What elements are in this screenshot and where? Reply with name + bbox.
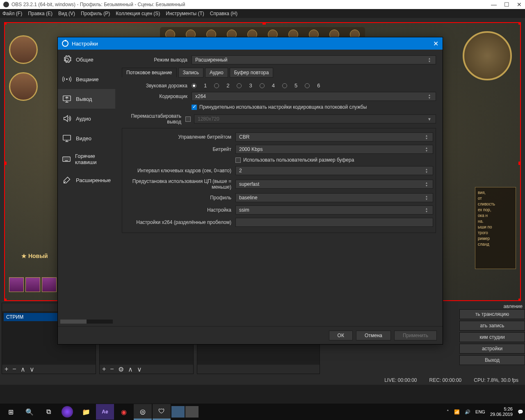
sidebar-item-stream[interactable]: Вещание — [58, 69, 115, 89]
enforce-checkbox[interactable] — [192, 105, 197, 110]
taskbar-obs[interactable]: ◎ — [134, 404, 152, 420]
game-textbox: вия, от сливость ех пор, ока н на. ыши п… — [475, 187, 516, 269]
taskbar-browser[interactable]: ◉ — [115, 404, 133, 420]
encoder-label: Кодировщик — [122, 94, 192, 99]
start-button[interactable]: ⊞ — [2, 404, 20, 420]
minimize-button[interactable]: — — [491, 1, 497, 8]
sidebar-item-advanced[interactable]: Расширенные — [58, 170, 115, 190]
settings-button[interactable]: астройки — [459, 344, 525, 354]
output-mode-dropdown[interactable]: Расширенный ▲▼ — [192, 55, 436, 64]
apply-button[interactable]: Применить — [394, 331, 437, 340]
tune-label: Настройка — [125, 207, 235, 213]
tab-streaming[interactable]: Потоковое вещание — [122, 68, 177, 78]
menu-profile[interactable]: Профиль (P) — [81, 11, 110, 16]
remove-source-button[interactable]: − — [110, 365, 114, 373]
tune-dropdown[interactable]: ssim▲▼ — [235, 205, 433, 215]
rescale-dropdown: 1280x720▼ — [194, 114, 436, 123]
settings-dialog: Настройки ✕ Общие Вещание Вывод Аудио — [57, 37, 443, 345]
taskbar-app-6[interactable] — [171, 406, 185, 418]
bitrate-input[interactable]: 2000 Kbps▲▼ — [235, 145, 433, 154]
start-stream-button[interactable]: ть трансляцию — [459, 309, 525, 319]
source-down-button[interactable]: ∨ — [137, 365, 142, 373]
menu-view[interactable]: Вид (V) — [58, 11, 75, 16]
bitrate-label: Битрейт — [125, 146, 235, 152]
add-source-button[interactable]: + — [102, 365, 106, 373]
search-icon[interactable]: 🔍 — [21, 404, 39, 420]
exit-button[interactable]: Выход — [459, 355, 525, 365]
volume-icon[interactable]: 🔊 — [465, 409, 470, 415]
close-button[interactable]: ✕ — [517, 1, 522, 8]
x264opts-input[interactable] — [235, 218, 433, 227]
maximize-button[interactable]: ☐ — [504, 1, 509, 8]
tray-up-icon[interactable]: ˄ — [447, 409, 449, 415]
add-scene-button[interactable]: + — [5, 365, 8, 373]
taskbar-app-7[interactable] — [185, 406, 199, 418]
menu-edit[interactable]: Правка (E) — [28, 11, 52, 16]
dialog-titlebar[interactable]: Настройки ✕ — [58, 37, 443, 50]
menu-file[interactable]: Файл (F) — [2, 11, 22, 16]
windows-taskbar: ⊞ 🔍 ⧉ 📁 Ae ◉ ◎ 🛡 ˄ 📶 🔊 ENG 5:26 29.06.20… — [0, 404, 525, 420]
enforce-label: Принудительно использовать настройки код… — [199, 104, 367, 110]
keyframe-input[interactable]: 2▲▼ — [235, 166, 433, 175]
sidebar-item-audio[interactable]: Аудио — [58, 109, 115, 128]
rate-control-dropdown[interactable]: CBR▲▼ — [235, 132, 433, 142]
wifi-icon[interactable]: 📶 — [454, 409, 460, 415]
source-up-button[interactable]: ∧ — [128, 365, 133, 373]
sidebar-item-general[interactable]: Общие — [58, 50, 115, 69]
ok-button[interactable]: ОК — [329, 331, 353, 340]
taskbar-game[interactable]: 🛡 — [153, 404, 171, 420]
keyframe-label: Интервал ключевых кадров (сек, 0=авто) — [125, 168, 235, 173]
menu-help[interactable]: Справка (H) — [210, 11, 237, 16]
game-portrait-2 — [9, 72, 38, 101]
x264opts-label: Настройки x264 (разделённые пробелом) — [125, 219, 235, 225]
profile-dropdown[interactable]: baseline▲▼ — [235, 193, 433, 202]
menu-scenes[interactable]: Коллекция сцен (S) — [116, 11, 160, 16]
taskbar-app-1[interactable] — [62, 406, 73, 418]
audio-track-radios: 1 2 3 4 5 6 — [192, 82, 436, 89]
window-title: OBS 23.2.1 (64-bit, windows) - Профиль: … — [11, 2, 185, 7]
taskbar-explorer[interactable]: 📁 — [77, 404, 95, 420]
taskview-icon[interactable]: ⧉ — [39, 404, 57, 420]
settings-sidebar: Общие Вещание Вывод Аудио Видео Горячие … — [58, 50, 115, 326]
encoder-dropdown[interactable]: x264▲▼ — [192, 92, 436, 101]
dialog-close-button[interactable]: ✕ — [433, 40, 438, 48]
broadcast-icon — [62, 74, 72, 84]
language-indicator[interactable]: ENG — [475, 409, 485, 414]
dialog-buttons: ОК Отмена Применить — [58, 326, 443, 344]
sidebar-scrollbar[interactable] — [60, 320, 113, 324]
svg-rect-2 — [63, 135, 71, 140]
scene-up-button[interactable]: ∧ — [21, 365, 25, 373]
sidebar-item-hotkeys[interactable]: Горячие клавиши — [58, 148, 115, 170]
custom-buffer-checkbox[interactable] — [235, 158, 241, 163]
sidebar-item-output[interactable]: Вывод — [58, 89, 115, 109]
track-4-radio[interactable] — [260, 83, 265, 88]
track-1-radio[interactable] — [192, 83, 196, 88]
preset-dropdown[interactable]: superfast▲▼ — [235, 180, 433, 189]
audio-track-label: Звуковая дорожка — [122, 83, 192, 89]
sidebar-item-video[interactable]: Видео — [58, 128, 115, 148]
game-minimap — [463, 31, 512, 80]
menu-tools[interactable]: Инструменты (T) — [166, 11, 204, 16]
track-5-radio[interactable] — [282, 83, 287, 88]
tab-replay[interactable]: Буфер повтора — [230, 68, 274, 78]
track-2-radio[interactable] — [214, 83, 219, 88]
cancel-button[interactable]: Отмена — [356, 331, 391, 340]
track-6-radio[interactable] — [305, 83, 310, 88]
studio-mode-button[interactable]: ким студии — [459, 332, 525, 342]
tab-recording[interactable]: Запись — [178, 68, 203, 78]
preset-label: Предустановка использования ЦП (выше = м… — [125, 178, 235, 190]
taskbar-ae[interactable]: Ae — [96, 404, 114, 420]
remove-scene-button[interactable]: − — [12, 365, 16, 373]
output-tabs: Потоковое вещание Запись Аудио Буфер пов… — [122, 68, 436, 78]
start-record-button[interactable]: ать запись — [459, 321, 525, 331]
notifications-icon[interactable]: 💬 — [518, 409, 523, 415]
custom-buffer-label: Использовать пользовательский размер буф… — [243, 157, 354, 163]
source-settings-button[interactable]: ⚙ — [118, 365, 124, 373]
taskbar-clock[interactable]: 5:26 29.06.2019 — [490, 406, 513, 417]
tab-audio[interactable]: Аудио — [205, 68, 228, 78]
output-mode-label: Режим вывода — [122, 57, 192, 63]
scene-down-button[interactable]: ∨ — [30, 365, 34, 373]
status-live: LIVE: 00:00:00 — [384, 377, 417, 383]
track-3-radio[interactable] — [237, 83, 242, 88]
rescale-checkbox[interactable] — [185, 116, 191, 122]
